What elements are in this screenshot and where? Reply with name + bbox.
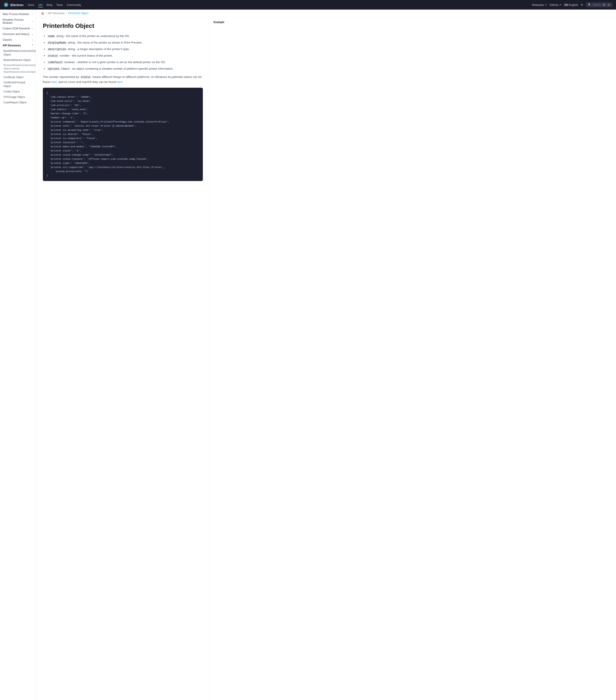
right-sidebar-title: Example <box>214 21 245 24</box>
nav-right: Releases ↗ GitHub ↗ ⌨ English ☀ 🔍 Search… <box>532 2 613 7</box>
sidebar-chromium-node[interactable]: Chromium and Node.js › <box>0 31 36 37</box>
sidebar-custom-dom[interactable]: Custom DOM Elements › <box>0 26 36 31</box>
content-body: name string - the name of the printer as… <box>43 34 203 181</box>
here-link-2[interactable]: here <box>117 80 123 84</box>
prop-isdefault: isDefault <box>47 61 64 64</box>
nav-github-link[interactable]: GitHub ↗ <box>550 3 561 7</box>
sidebar-item-crash[interactable]: CrashReport Object <box>0 100 36 105</box>
list-item: options Object - an object containing a … <box>47 66 203 71</box>
nav-link-api[interactable]: API <box>38 3 43 8</box>
sidebar-item-cert-principal[interactable]: CertificatePrincipal Object <box>0 80 36 89</box>
main-content: PrinterInfo Object name string - the nam… <box>36 17 210 700</box>
sidebar-api-structures[interactable]: API Structures ˅ <box>0 43 36 48</box>
sidebar-item-certificate[interactable]: Certificate Object <box>0 75 36 80</box>
list-item: name string - the name of the printer as… <box>47 34 203 38</box>
sidebar-item-bluetooth[interactable]: BluetoothDevice Object <box>0 58 36 63</box>
chevron-right-icon: › <box>33 39 33 41</box>
prop-description: description <box>47 48 67 51</box>
right-sidebar: Example <box>210 17 249 700</box>
chevron-down-icon: ˅ <box>32 45 33 47</box>
home-icon[interactable]: 🏠 <box>41 12 44 15</box>
prop-name: name <box>47 35 55 38</box>
search-box[interactable]: 🔍 Search ⌘ K <box>586 2 613 7</box>
nav-language-link[interactable]: ⌨ English <box>564 3 578 7</box>
sidebar-main-process[interactable]: Main Process Modules › <box>0 11 36 17</box>
chevron-right-icon: › <box>33 27 33 30</box>
nav-link-community[interactable]: Community <box>67 3 81 7</box>
paragraph-status: The number represented by status means d… <box>43 75 203 85</box>
list-item: displayName string - the name of the pri… <box>47 40 203 45</box>
nav-link-docs[interactable]: Docs <box>28 3 34 7</box>
nav-link-tools[interactable]: Tools <box>56 3 63 7</box>
svg-point-0 <box>5 4 7 5</box>
breadcrumb: 🏠 › API Structures › PrinterInfo Object <box>36 10 616 17</box>
sidebar-item-cpu[interactable]: CPUUsage Object <box>0 95 36 100</box>
nav-links: Docs API Blog Tools Community <box>28 3 81 7</box>
here-link-1[interactable]: here <box>51 80 57 84</box>
prop-status: status <box>47 54 59 58</box>
sidebar-item-base-window[interactable]: BaseWindowConstructorOptions Object <box>0 48 36 58</box>
external-link-icon: ↗ <box>544 3 547 7</box>
list-item: status number - the current status of th… <box>47 53 203 58</box>
breadcrumb-current: PrinterInfo Object <box>68 12 88 15</box>
sidebar-item-browser-window[interactable]: BrowserWindowConstructorOptions Object e… <box>0 63 36 74</box>
list-item: description string - a longer descriptio… <box>47 47 203 52</box>
nav-brand-label: Electron <box>10 3 24 7</box>
chevron-right-icon: › <box>33 13 33 15</box>
translate-icon: ⌨ <box>564 3 568 7</box>
sidebar-classes[interactable]: Classes › <box>0 37 36 43</box>
sidebar-renderer-process[interactable]: Renderer Process Modules › <box>0 17 36 26</box>
status-code-inline: status <box>80 75 91 79</box>
search-icon: 🔍 <box>588 3 591 6</box>
page-title: PrinterInfo Object <box>43 22 203 29</box>
nav-brand[interactable]: Electron <box>3 2 24 8</box>
nav-releases-link[interactable]: Releases ↗ <box>532 3 547 7</box>
properties-list: name string - the name of the printer as… <box>43 34 203 71</box>
chevron-right-icon: › <box>33 33 33 36</box>
prop-options: options <box>47 67 61 71</box>
search-kbd1: ⌘ <box>602 3 606 6</box>
prop-displayname: displayName <box>47 41 67 45</box>
main-section: Main Process Modules › Renderer Process … <box>0 10 616 700</box>
electron-logo-icon <box>3 2 9 8</box>
external-link-icon: ↗ <box>559 3 562 7</box>
theme-toggle-icon[interactable]: ☀ <box>580 3 583 7</box>
list-item: isDefault boolean - whether or not a giv… <box>47 60 203 65</box>
breadcrumb-section[interactable]: API Structures <box>48 12 65 15</box>
sidebar-item-cookie[interactable]: Cookie Object <box>0 89 36 95</box>
search-kbd2: K <box>607 3 611 6</box>
code-block-example: { 'job-cancel-after': '10800', 'job-hold… <box>43 88 203 181</box>
navbar: Electron Docs API Blog Tools Community R… <box>0 0 616 10</box>
nav-link-blog[interactable]: Blog <box>47 3 52 7</box>
sidebar: Main Process Modules › Renderer Process … <box>0 10 36 700</box>
chevron-right-icon: › <box>33 20 33 23</box>
